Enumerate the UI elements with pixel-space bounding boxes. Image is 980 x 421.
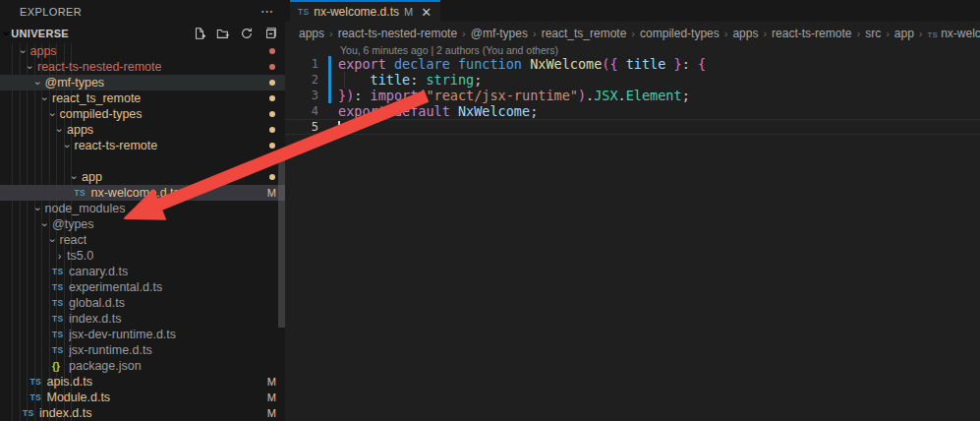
- chevron-right-icon: ›: [886, 28, 890, 39]
- typescript-file-icon: TS: [30, 392, 47, 402]
- tree-item-label: nx-welcome.d.ts: [91, 186, 180, 200]
- tab-nx-welcome[interactable]: TS nx-welcome.d.ts M ✕: [290, 0, 440, 22]
- chevron-right-icon: ›: [462, 28, 466, 39]
- new-file-icon[interactable]: [191, 25, 208, 42]
- tree-item--types[interactable]: ›@types: [0, 216, 285, 232]
- chevron-right-icon: ›: [724, 28, 728, 39]
- line-number: 5: [285, 120, 326, 134]
- tree-item-label: index.d.ts: [39, 406, 92, 420]
- breadcrumb-item[interactable]: react-ts-remote: [772, 27, 851, 40]
- text-cursor: [338, 121, 340, 135]
- tree-item-label: react: [60, 233, 87, 247]
- tree-item-react-ts-remote[interactable]: ›react_ts_remote: [0, 90, 285, 106]
- breadcrumb-item[interactable]: react_ts_remote: [542, 27, 627, 40]
- tree-item-compiled-types[interactable]: ›compiled-types: [0, 106, 285, 122]
- breadcrumb-item[interactable]: apps: [732, 27, 758, 40]
- sidebar-scrollbar[interactable]: [278, 153, 285, 328]
- tree-item-package-json[interactable]: {}package.json: [0, 358, 285, 374]
- tree-item-apps[interactable]: ›apps: [0, 122, 285, 138]
- breadcrumb-item[interactable]: app: [894, 27, 914, 40]
- line-number: 3: [285, 89, 326, 102]
- chevron-down-icon: ›: [0, 30, 16, 35]
- tree-item-apis-d-ts[interactable]: TSapis.d.tsM: [0, 374, 285, 390]
- code-text: [338, 119, 340, 135]
- tree-item-label: @mf-types: [45, 76, 105, 90]
- breadcrumb-item[interactable]: @mf-types: [471, 27, 528, 40]
- breadcrumb-item[interactable]: src: [865, 27, 881, 40]
- git-status-dot: [269, 48, 275, 54]
- tree-item-ts5-0[interactable]: ›ts5.0: [0, 248, 285, 264]
- tree-item-app[interactable]: ›app: [0, 169, 285, 185]
- code-editor[interactable]: You, 6 minutes ago | 2 authors (You and …: [285, 44, 980, 135]
- tree-item-label: apis.d.ts: [47, 375, 93, 389]
- code-line-2[interactable]: 2 title: string;: [285, 72, 980, 88]
- workspace-title: UNIVERSE: [11, 28, 69, 39]
- tree-item-react-ts-nested-remote[interactable]: ›react-ts-nested-remote: [0, 59, 285, 75]
- collapse-all-icon[interactable]: [261, 25, 279, 42]
- chevron-down-icon: ›: [60, 139, 75, 153]
- new-folder-icon[interactable]: [214, 25, 232, 42]
- tree-item-label: node_modules: [45, 202, 126, 215]
- tree-item-jsx-runtime-d-ts[interactable]: TSjsx-runtime.d.ts: [0, 342, 285, 358]
- tree-item-label: react-ts-nested-remote: [37, 60, 161, 74]
- code-text: }): import("react/jsx-runtime").JSX.Elem…: [338, 88, 690, 103]
- tree-item-experimental-d-ts[interactable]: TSexperimental.d.ts: [0, 279, 285, 295]
- chevron-right-icon: ›: [763, 28, 767, 39]
- breadcrumb: apps›react-ts-nested-remote›@mf-types›re…: [285, 22, 980, 44]
- explorer-sidebar: EXPLORER ⋯ › UNIVERSE: [0, 0, 285, 421]
- chevron-right-icon: ›: [856, 28, 860, 39]
- codelens-blame[interactable]: You, 6 minutes ago | 2 authors (You and …: [285, 44, 980, 56]
- breadcrumb-item[interactable]: apps: [299, 27, 324, 40]
- breadcrumb-item[interactable]: compiled-types: [640, 27, 720, 40]
- close-icon[interactable]: ✕: [421, 5, 432, 20]
- git-status-dot: [269, 127, 275, 133]
- typescript-file-icon: TS: [52, 298, 69, 308]
- git-status-dot: [269, 64, 275, 70]
- tree-item-index-d-ts[interactable]: TSindex.d.tsM: [0, 405, 285, 421]
- git-gutter-modified-indicator: [326, 56, 338, 72]
- typescript-file-icon: TS: [298, 7, 309, 17]
- chevron-down-icon: ›: [37, 91, 52, 106]
- git-modified-badge: M: [267, 391, 276, 403]
- chevron-down-icon: ›: [23, 60, 37, 75]
- tree-item-jsx-dev-runtime-d-ts[interactable]: TSjsx-dev-runtime.d.ts: [0, 327, 285, 342]
- tree-item-module-d-ts[interactable]: TSModule.d.tsM: [0, 390, 285, 405]
- chevron-right-icon: ›: [533, 28, 537, 39]
- tree-item--mf-types[interactable]: ›@mf-types: [0, 75, 285, 90]
- tab-filename: nx-welcome.d.ts: [314, 5, 399, 19]
- chevron-right-icon: ›: [52, 249, 67, 264]
- explorer-more-actions-icon[interactable]: ⋯: [260, 7, 273, 17]
- tree-row-blank: [0, 153, 285, 169]
- code-indent-guide: [344, 72, 345, 88]
- git-gutter-modified-indicator: [326, 88, 338, 103]
- tab-bar: TS nx-welcome.d.ts M ✕: [285, 0, 980, 22]
- typescript-file-icon: TS: [75, 188, 91, 198]
- typescript-file-icon: TS: [928, 30, 939, 39]
- tree-item-node-modules[interactable]: ›node_modules: [0, 201, 285, 216]
- code-line-1[interactable]: 1export declare function NxWelcome({ tit…: [285, 56, 980, 72]
- tree-item-apps[interactable]: ›apps: [0, 43, 285, 59]
- tree-item-canary-d-ts[interactable]: TScanary.d.ts: [0, 264, 285, 279]
- typescript-file-icon: TS: [52, 345, 69, 355]
- chevron-down-icon: ›: [30, 202, 45, 216]
- workspace-section-header[interactable]: › UNIVERSE: [0, 24, 285, 43]
- refresh-icon[interactable]: [238, 25, 256, 42]
- file-tree: ›apps›react-ts-nested-remote›@mf-types›r…: [0, 43, 285, 421]
- editor-area: TS nx-welcome.d.ts M ✕ apps›react-ts-nes…: [285, 0, 980, 421]
- tree-item-react-ts-remote[interactable]: ›react-ts-remote: [0, 138, 285, 153]
- tree-item-label: jsx-dev-runtime.d.ts: [69, 328, 176, 341]
- code-line-3[interactable]: 3}): import("react/jsx-runtime").JSX.Ele…: [285, 88, 980, 103]
- explorer-title: EXPLORER: [20, 6, 82, 18]
- breadcrumb-item[interactable]: TSnx-welcome.d.ts: [928, 27, 980, 40]
- code-line-5[interactable]: 5: [285, 119, 980, 135]
- code-line-4[interactable]: 4export default NxWelcome;: [285, 103, 980, 119]
- git-status-dot: [269, 143, 275, 149]
- tree-item-react[interactable]: ›react: [0, 232, 285, 248]
- line-number: 4: [285, 104, 326, 118]
- tree-item-index-d-ts[interactable]: TSindex.d.ts: [0, 311, 285, 327]
- breadcrumb-item[interactable]: react-ts-nested-remote: [338, 27, 457, 40]
- tree-item-nx-welcome-d-ts[interactable]: TSnx-welcome.d.tsM: [0, 185, 285, 201]
- code-text: export declare function NxWelcome({ titl…: [338, 56, 706, 72]
- tree-item-global-d-ts[interactable]: TSglobal.d.ts: [0, 295, 285, 311]
- tree-item-label: Module.d.ts: [47, 391, 111, 404]
